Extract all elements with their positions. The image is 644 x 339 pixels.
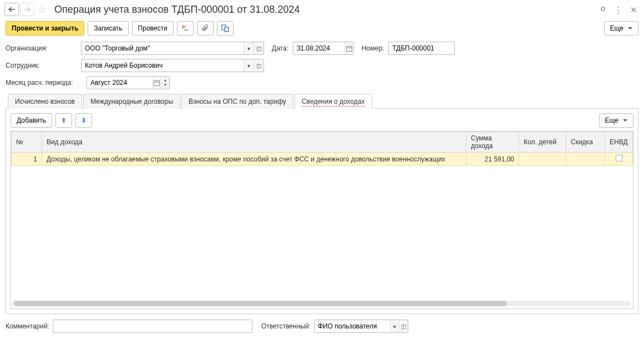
svg-rect-3 — [225, 27, 229, 32]
open-ref-icon[interactable]: ◫ — [253, 42, 263, 54]
post-button[interactable]: Провести — [132, 21, 174, 36]
debit-credit-button[interactable]: ДтКт — [177, 21, 194, 36]
cell-discount[interactable] — [566, 153, 605, 166]
toolbar-more-button[interactable]: Еще — [604, 21, 638, 36]
attachment-button[interactable] — [197, 21, 214, 36]
cell-sum[interactable]: 21 591,00 — [466, 153, 519, 166]
close-icon[interactable]: ✕ — [627, 4, 640, 16]
dropdown-icon[interactable]: ▾ — [244, 42, 253, 54]
income-table[interactable]: № Вид дохода Сумма дохода Кол. детей Ски… — [11, 131, 633, 309]
tab-income-info[interactable]: Сведения о доходах — [295, 94, 372, 109]
tab-panel-income: Добавить ⬆ ⬇ Еще № Вид дохода Сумма дохо… — [6, 109, 638, 314]
responsible-input[interactable] — [315, 320, 390, 332]
comment-field[interactable] — [53, 320, 252, 333]
tab-bar: Исчислено взносов Международные договоры… — [6, 93, 638, 109]
organization-field[interactable]: ▾ ◫ — [81, 42, 264, 55]
tab-assessed[interactable]: Исчислено взносов — [8, 94, 82, 109]
col-number[interactable]: № — [12, 132, 42, 153]
nav-back-button[interactable] — [4, 3, 19, 16]
dropdown-icon[interactable]: ▾ — [390, 320, 399, 332]
col-sum[interactable]: Сумма дохода — [466, 132, 519, 153]
panel-more-button[interactable]: Еще — [599, 113, 633, 128]
save-button[interactable]: Записать — [88, 21, 128, 36]
date-input[interactable] — [293, 42, 344, 54]
col-kids[interactable]: Кол. детей — [519, 132, 566, 153]
svg-rect-4 — [346, 46, 352, 51]
responsible-label: Ответственный: — [261, 322, 311, 330]
open-ref-icon[interactable]: ◫ — [399, 320, 408, 332]
responsible-field[interactable]: ▾ ◫ — [314, 320, 408, 333]
employee-input[interactable] — [82, 59, 244, 72]
nav-forward-button[interactable] — [20, 3, 34, 16]
cell-kids[interactable] — [519, 153, 566, 166]
footer: Комментарий: Ответственный: ▾ ◫ — [0, 314, 644, 338]
spinner-icon[interactable]: ▴▾ — [160, 77, 169, 89]
cell-number[interactable]: 1 — [12, 153, 42, 166]
main-toolbar: Провести и закрыть Записать Провести ДтК… — [0, 19, 644, 40]
organization-input[interactable] — [82, 42, 244, 54]
col-envd[interactable]: ЕНВД — [605, 132, 633, 153]
title-right-controls: ⋮ ✕ — [596, 3, 640, 16]
tab-intl-contracts[interactable]: Международные договоры — [83, 94, 180, 109]
number-input[interactable] — [389, 42, 454, 54]
move-down-button[interactable]: ⬇ — [75, 113, 92, 128]
open-ref-icon[interactable]: ◫ — [253, 59, 263, 72]
comment-input[interactable] — [53, 320, 252, 332]
link-icon[interactable] — [597, 3, 609, 15]
col-income-type[interactable]: Вид дохода — [42, 132, 466, 153]
calc-month-field[interactable]: ▴▾ — [87, 76, 170, 89]
employee-label: Сотрудник: — [6, 62, 78, 69]
move-up-button[interactable]: ⬆ — [55, 113, 72, 128]
table-row[interactable]: 1 Доходы, целиком не облагаемые страховы… — [12, 153, 633, 166]
panel-toolbar: Добавить ⬆ ⬇ Еще — [11, 113, 633, 128]
date-field[interactable] — [293, 42, 354, 55]
number-label: Номер: — [362, 44, 384, 52]
post-and-close-button[interactable]: Провести и закрыть — [6, 21, 84, 36]
window-title: Операция учета взносов ТДБП-000001 от 31… — [54, 4, 596, 16]
calendar-icon[interactable] — [344, 42, 353, 54]
col-discount[interactable]: Скидка — [566, 132, 605, 153]
svg-rect-6 — [154, 80, 159, 85]
svg-text:Кт: Кт — [185, 28, 189, 32]
create-based-on-button[interactable] — [217, 21, 234, 36]
date-label: Дата: — [272, 44, 288, 52]
favorite-star-icon[interactable]: ☆ — [38, 3, 50, 16]
cell-envd[interactable] — [605, 153, 633, 166]
tab-ops-tariff[interactable]: Взносы на ОПС по доп. тарифу — [181, 94, 293, 109]
form-area: Организация: ▾ ◫ Дата: Номер: Сотрудник:… — [0, 42, 644, 314]
calc-month-label: Месяц расч. периода: — [6, 79, 83, 87]
kebab-menu-icon[interactable]: ⋮ — [612, 4, 625, 16]
horizontal-scrollbar[interactable] — [13, 301, 631, 306]
envd-checkbox[interactable] — [616, 155, 622, 161]
employee-field[interactable]: ▾ ◫ — [81, 59, 264, 72]
organization-label: Организация: — [6, 44, 78, 52]
dropdown-icon[interactable]: ▾ — [244, 59, 253, 72]
table-header-row: № Вид дохода Сумма дохода Кол. детей Ски… — [12, 132, 633, 153]
comment-label: Комментарий: — [6, 322, 49, 330]
calc-month-input[interactable] — [87, 77, 152, 89]
title-bar: ☆ Операция учета взносов ТДБП-000001 от … — [0, 0, 644, 19]
calendar-icon[interactable] — [152, 77, 161, 89]
add-row-button[interactable]: Добавить — [11, 113, 52, 128]
number-field[interactable] — [388, 42, 455, 55]
cell-income-type[interactable]: Доходы, целиком не облагаемые страховыми… — [42, 153, 466, 166]
